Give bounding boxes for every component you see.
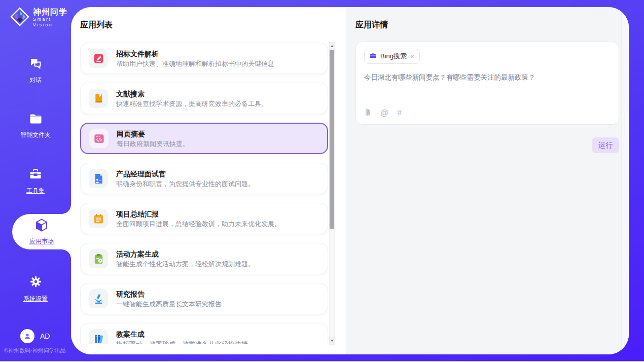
tab-curve-bottom (62, 249, 71, 259)
sidebar: 神州问学 Smart Vision 对话 智能文件夹 (0, 0, 71, 361)
prompt-text-input[interactable]: 今日湖北有哪些新闻要点？有哪些需要关注的最新政策？ (364, 73, 611, 82)
app-card-title: 活动方案生成 (116, 249, 255, 259)
sidebar-item-label: 应用市场 (29, 237, 54, 246)
app-card-desc: 智能生成个性化活动方案，轻松解决规划难题。 (116, 260, 255, 268)
hash-topic-icon[interactable]: # (397, 109, 402, 117)
app-card-list: 招标文件解析 帮助用户快速、准确地理解和解析招标书中的关键信息 文献搜索 (80, 43, 328, 344)
chat-icon (29, 57, 43, 72)
clipboard-check-icon (89, 249, 108, 268)
app-card-title: 研究报告 (116, 289, 222, 299)
sidebar-item-toolset[interactable]: 工具集 (0, 167, 71, 195)
app-card-desc: 模板驱动，教案秒成，教学准备从此轻松快捷 (116, 340, 248, 344)
app-list-scrollbar (329, 42, 335, 345)
user-account[interactable]: AD (20, 329, 50, 343)
avatar (20, 329, 34, 343)
toolbox-icon (28, 167, 43, 183)
sidebar-item-label: 系统设置 (23, 295, 48, 303)
at-mention-icon[interactable]: @ (380, 109, 388, 117)
app-card-pm-interviewer[interactable]: 产品经理面试官 明确身份和职责，为您提供专业性的面试问题。 (80, 163, 328, 194)
cube-icon (34, 218, 49, 235)
brand-subtitle: Smart Vision (33, 17, 71, 28)
app-list-panel: 应用列表 招标文件解析 帮助用户快速、准确地理解和解析招标书中的关键信息 (71, 7, 346, 354)
app-root: 神州问学 Smart Vision 对话 智能文件夹 (0, 0, 644, 361)
scrollbar-up-button[interactable] (330, 43, 334, 50)
microscope-icon (89, 289, 108, 308)
scrollbar-thumb[interactable] (330, 50, 334, 229)
prompt-toolbar: @ # (364, 108, 611, 118)
app-card-desc: 明确身份和职责，为您提供专业性的面试问题。 (116, 179, 255, 188)
run-button[interactable]: 运行 (592, 137, 619, 153)
main-content: 应用列表 招标文件解析 帮助用户快速、准确地理解和解析招标书中的关键信息 (71, 7, 629, 354)
tool-tag-label: Bing搜索 (380, 52, 407, 61)
tab-curve-top (62, 205, 71, 214)
user-name: AD (40, 332, 50, 340)
sidebar-item-label: 智能文件夹 (20, 131, 51, 139)
app-card-title: 招标文件解析 (116, 49, 274, 58)
book-icon (89, 89, 108, 108)
brand-logo: 神州问学 Smart Vision (10, 7, 71, 28)
detail-scrollbar-track[interactable] (621, 7, 629, 354)
app-card-lesson-plan[interactable]: 教案生成 模板驱动，教案秒成，教学准备从此轻松快捷 (80, 323, 328, 344)
books-icon (89, 329, 108, 344)
app-card-activity-plan[interactable]: 活动方案生成 智能生成个性化活动方案，轻松解决规划难题。 (80, 243, 328, 274)
sidebar-item-label: 工具集 (26, 187, 45, 195)
app-card-research-report[interactable]: 研究报告 一键智能生成高质量长文本研究报告 (80, 283, 328, 314)
sidebar-item-label: 对话 (29, 76, 42, 85)
app-card-desc: 全面回顾项目进展，总结经验教训，助力未来优化发展。 (116, 220, 281, 228)
edit-square-icon (89, 49, 108, 68)
app-detail-title: 应用详情 (355, 21, 619, 29)
app-detail-panel: 应用详情 Bing搜索 × 今日湖北有哪些新闻要点？有哪些需要关注的最新政策？ (346, 7, 629, 354)
app-card-title: 产品经理面试官 (116, 169, 255, 178)
app-card-project-summary[interactable]: 项目总结汇报 全面回顾项目进展，总结经验教训，助力未来优化发展。 (80, 203, 328, 234)
app-card-title: 文献搜索 (116, 89, 268, 98)
sidebar-item-settings[interactable]: 系统设置 (0, 275, 71, 303)
app-card-desc: 每日政府新闻资讯快查。 (117, 139, 189, 148)
browser-code-icon (89, 129, 109, 148)
briefcase-icon (369, 52, 377, 61)
brand-name: 神州问学 (33, 8, 71, 17)
person-document-icon (89, 169, 108, 188)
sidebar-item-app-market[interactable]: 应用市场 (12, 214, 71, 249)
triangle-down-icon (331, 340, 334, 342)
app-card-bid-parse[interactable]: 招标文件解析 帮助用户快速、准确地理解和解析招标书中的关键信息 (80, 43, 328, 74)
sidebar-item-chat[interactable]: 对话 (0, 57, 71, 85)
brand-diamond-icon (10, 7, 29, 28)
app-card-title: 网页摘要 (117, 129, 189, 138)
app-card-desc: 快速精准查找学术资源，提高研究效率的必备工具。 (116, 99, 268, 108)
app-card-desc: 帮助用户快速、准确地理解和解析招标书中的关键信息 (116, 59, 274, 68)
triangle-up-icon (331, 45, 334, 47)
copyright-text: ©神州数码·神州问学出品 (4, 347, 71, 354)
gear-icon (29, 275, 43, 291)
tool-tag-bing-search[interactable]: Bing搜索 × (364, 49, 420, 64)
app-card-desc: 一键智能生成高质量长文本研究报告 (116, 300, 222, 308)
app-card-title: 教案生成 (116, 330, 248, 339)
prompt-editor-card: Bing搜索 × 今日湖北有哪些新闻要点？有哪些需要关注的最新政策？ @ # (355, 42, 619, 125)
app-card-web-summary[interactable]: 网页摘要 每日政府新闻资讯快查。 (80, 123, 328, 154)
scrollbar-down-button[interactable] (330, 337, 334, 344)
paperclip-icon[interactable] (364, 108, 372, 118)
app-card-literature-search[interactable]: 文献搜索 快速精准查找学术资源，提高研究效率的必备工具。 (80, 83, 328, 114)
sidebar-item-smart-folder[interactable]: 智能文件夹 (0, 113, 71, 139)
app-card-title: 项目总结汇报 (116, 209, 281, 219)
tool-tag-close-icon[interactable]: × (410, 53, 414, 60)
folder-icon (29, 113, 43, 127)
app-list-title: 应用列表 (80, 21, 346, 29)
note-icon (89, 209, 108, 228)
